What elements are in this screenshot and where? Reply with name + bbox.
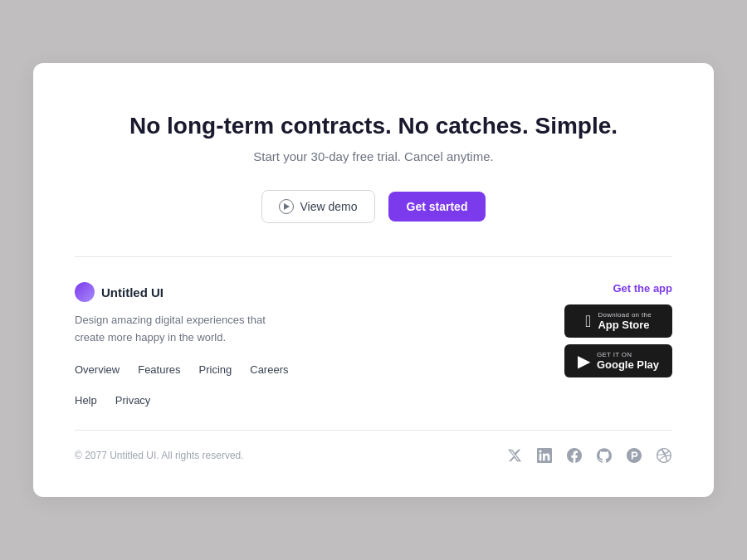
apple-icon:  bbox=[585, 312, 591, 331]
github-icon[interactable] bbox=[596, 447, 613, 464]
section-divider bbox=[75, 256, 672, 257]
brand-section: Untitled UI Design amazing digital exper… bbox=[75, 282, 290, 407]
get-app-label: Get the app bbox=[564, 282, 672, 295]
app-section: Get the app  Download on the App Store … bbox=[564, 282, 672, 377]
footer-nav: Overview Features Pricing Careers Help P… bbox=[75, 363, 290, 407]
nav-link-features[interactable]: Features bbox=[138, 363, 180, 376]
app-store-small-text: Download on the bbox=[598, 311, 652, 319]
google-play-icon: ▶ bbox=[578, 351, 590, 371]
nav-link-pricing[interactable]: Pricing bbox=[199, 363, 232, 376]
hero-subtitle: Start your 30-day free trial. Cancel any… bbox=[75, 149, 672, 163]
play-icon bbox=[279, 199, 294, 214]
play-triangle-icon bbox=[284, 203, 290, 210]
get-started-button[interactable]: Get started bbox=[388, 192, 486, 222]
brand-description: Design amazing digital experiences that … bbox=[75, 312, 290, 347]
hero-title: No long-term contracts. No catches. Simp… bbox=[75, 113, 672, 139]
brand-logo bbox=[75, 282, 95, 302]
linkedin-icon[interactable] bbox=[536, 447, 553, 464]
hero-section: No long-term contracts. No catches. Simp… bbox=[75, 113, 672, 223]
nav-link-careers[interactable]: Careers bbox=[250, 363, 288, 376]
app-store-badge[interactable]:  Download on the App Store bbox=[564, 304, 672, 338]
google-play-badge[interactable]: ▶ GET IT ON Google Play bbox=[564, 344, 672, 377]
google-play-large-text: Google Play bbox=[597, 358, 659, 372]
brand-name: Untitled UI bbox=[75, 282, 290, 302]
product-hunt-icon[interactable] bbox=[626, 447, 642, 464]
demo-button[interactable]: View demo bbox=[261, 190, 375, 223]
nav-link-privacy[interactable]: Privacy bbox=[115, 394, 151, 407]
dribbble-icon[interactable] bbox=[656, 447, 672, 464]
copyright-text: © 2077 Untitled UI. All rights reserved. bbox=[75, 450, 244, 461]
google-play-text: GET IT ON Google Play bbox=[597, 351, 659, 372]
facebook-icon[interactable] bbox=[566, 447, 583, 464]
footer-bottom: © 2077 Untitled UI. All rights reserved. bbox=[75, 430, 672, 464]
nav-link-help[interactable]: Help bbox=[75, 394, 97, 407]
app-badges:  Download on the App Store ▶ GET IT ON … bbox=[564, 304, 672, 377]
google-play-small-text: GET IT ON bbox=[597, 351, 632, 358]
footer-top: Untitled UI Design amazing digital exper… bbox=[75, 282, 672, 407]
app-store-text: Download on the App Store bbox=[598, 311, 652, 332]
brand-name-text: Untitled UI bbox=[101, 285, 164, 299]
twitter-x-icon[interactable] bbox=[506, 447, 523, 464]
social-icons bbox=[506, 447, 672, 464]
app-store-large-text: App Store bbox=[598, 319, 649, 332]
nav-link-overview[interactable]: Overview bbox=[75, 363, 120, 376]
hero-buttons: View demo Get started bbox=[75, 190, 672, 223]
demo-button-label: View demo bbox=[300, 200, 358, 213]
main-card: No long-term contracts. No catches. Simp… bbox=[33, 63, 714, 497]
